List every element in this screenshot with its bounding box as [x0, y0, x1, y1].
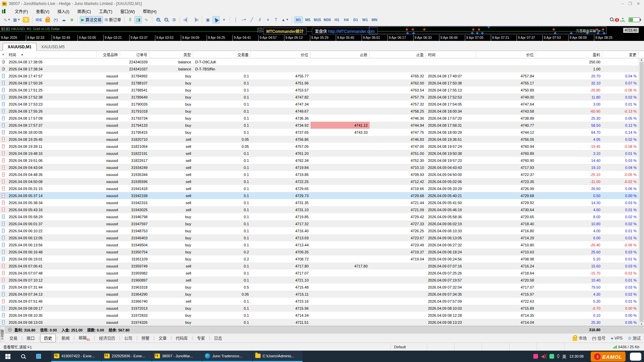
table-row[interactable]: 2026.04.08 17:52:38xauusd31789649buy0.14…: [0, 94, 644, 101]
column-header-type[interactable]: 类型: [150, 51, 193, 58]
chart-tab-xauusd,m5[interactable]: XAUUSD,M5: [37, 43, 69, 51]
horizontal-line-icon[interactable]: ─•: [240, 16, 248, 23]
timeframe-w1[interactable]: W1: [361, 16, 369, 23]
indicators-dropdown[interactable]: ∿▼: [3, 16, 11, 23]
table-row[interactable]: 2026.04.09 05:37:14xauusd31942158sell0.1…: [0, 192, 644, 199]
objects-icon[interactable]: ▣: [204, 16, 212, 23]
table-row[interactable]: 2026.04.08 19:51:06xauusd31822617sell0.1…: [0, 157, 644, 164]
zoom-in-icon[interactable]: +: [154, 16, 162, 23]
table-row[interactable]: 2026.04.08 17:50:26xauusd31788107buy0.14…: [0, 79, 644, 86]
tile-windows-icon[interactable]: ⊞: [170, 16, 178, 23]
table-row[interactable]: 2026.04.08 17:57:37xauusd31794133buy0.14…: [0, 122, 644, 129]
column-header-sl[interactable]: 止损: [311, 51, 370, 58]
close-button[interactable]: ✕: [637, 1, 640, 6]
auto-scroll-icon[interactable]: ⇉▏: [182, 16, 191, 23]
zoom-out-icon[interactable]: −: [162, 16, 170, 23]
fibonacci-icon[interactable]: ≡: [264, 16, 272, 23]
table-row[interactable]: 2026.04.09 08:09:17xauusd31972013buy0.14…: [0, 305, 644, 312]
timeframe-h1[interactable]: H1: [332, 16, 341, 23]
table-row[interactable]: 2026.04.09 06:19:01xauusd31951109buy0.24…: [0, 255, 644, 262]
toolbox-link-市场[interactable]: 市场: [573, 335, 587, 341]
table-row[interactable]: 2026.04.09 06:01:37xauusd31947597buy0.14…: [0, 220, 644, 227]
taskbar-app[interactable]: Juno Tradersroo...: [202, 351, 252, 362]
table-row[interactable]: 2026.04.08 17:38:34224341037balanceD-T-7…: [0, 65, 644, 72]
scroll-down-icon[interactable]: ▼: [640, 323, 643, 326]
signals-icon[interactable]: (•): [52, 16, 59, 23]
timeframe-h4[interactable]: H4: [342, 16, 351, 23]
toolbox-tab-文章[interactable]: 文章: [155, 334, 170, 342]
ime-indicator[interactable]: 英: [562, 354, 566, 359]
scrollbar-thumb[interactable]: [640, 62, 644, 322]
column-header-change[interactable]: 变更: [602, 51, 639, 58]
table-row[interactable]: 2026.04.08 17:57:09xauusd31793734buy0.14…: [0, 115, 644, 122]
table-row[interactable]: 2026.04.09 06:10:22xauusd31948753buy0.14…: [0, 227, 644, 234]
column-header-order[interactable]: 订单号: [120, 51, 150, 58]
column-header-symbol[interactable]: 交易品种: [97, 51, 120, 58]
toolbox-tab-交易[interactable]: 交易: [6, 334, 21, 342]
table-row[interactable]: 2026.04.09 07:34:13xauusd31964290buy0.05…: [0, 291, 644, 298]
eamol-overlay-badge[interactable]: :) EAMOL: [591, 352, 626, 362]
toolbox-tab-新闻[interactable]: 新闻: [58, 334, 73, 342]
community-icon[interactable]: ⊕: [68, 16, 75, 23]
cloud-icon[interactable]: ☁: [60, 16, 67, 23]
column-header-open_time[interactable]: 时间▲: [7, 51, 97, 58]
column-header-volume[interactable]: 交易量: [193, 51, 251, 58]
candlestick-chart-icon[interactable]: ▯▮: [135, 16, 142, 23]
table-row[interactable]: 2026.04.08 17:51:25xauusd31788541buy0.14…: [0, 86, 644, 94]
cursor-icon[interactable]: [212, 16, 220, 23]
scroll-up-icon[interactable]: ▲: [640, 58, 643, 61]
toolbox-link-测试[interactable]: ⊙测试: [628, 335, 641, 341]
table-row[interactable]: 2026.04.09 08:10:35xauusd31972833buy0.14…: [0, 312, 644, 319]
toolbox-link-VPS[interactable]: ♠VPS: [611, 336, 623, 341]
menu-item-图[interactable]: 图表(C): [73, 8, 95, 15]
table-row[interactable]: 2026.04.09 07:51:46xauusd31966740sell0.1…: [0, 298, 644, 305]
minimize-button[interactable]: –: [621, 1, 624, 6]
chart-minimize-icon[interactable]: –: [258, 28, 262, 32]
muted-speaker-icon[interactable]: ◀╳: [541, 354, 546, 359]
table-row[interactable]: 2026.04.09 07:10:12xauusd31960897sell0.1…: [0, 277, 644, 284]
table-row[interactable]: 2026.04.09 04:50:08xauusd31935596sell0.1…: [0, 178, 644, 185]
toolbox-tab-敞口[interactable]: 敞口: [23, 334, 38, 342]
text-tool-icon[interactable]: T: [272, 16, 280, 23]
timeframe-m30[interactable]: M30: [323, 16, 332, 23]
task-view-icon[interactable]: [31, 351, 46, 362]
menu-item-文[interactable]: 文件(F): [11, 8, 32, 15]
toolbox-tab-日志[interactable]: 日志: [211, 334, 225, 342]
taskbar-app[interactable]: 419007422 - Exne...: [51, 351, 101, 362]
close-toolbox-button[interactable]: ✕: [0, 51, 7, 58]
menu-item-工[interactable]: 工具(T): [95, 8, 116, 15]
channel-icon[interactable]: ⫻: [256, 16, 264, 23]
table-row[interactable]: 2026.04.09 04:48:35xauusd31935344sell0.1…: [0, 171, 644, 178]
vertical-line-icon[interactable]: ┆: [232, 16, 239, 23]
table-row[interactable]: 2026.04.09 05:43:16xauusd31943025sell0.1…: [0, 206, 644, 213]
table-row[interactable]: 2026.04.09 07:06:41xauusd31959749sell0.1…: [0, 262, 644, 269]
table-row[interactable]: 2026.04.09 07:07:48xauusd31959982sell0.1…: [0, 269, 644, 277]
start-button[interactable]: [0, 351, 15, 362]
menu-item-查[interactable]: 查看(V): [32, 8, 53, 15]
table-row[interactable]: 2026.04.08 17:47:57xauusd31784992buy0.14…: [0, 72, 644, 79]
restore-button[interactable]: ❐: [628, 1, 632, 6]
chart-shift-icon[interactable]: ▕⇇: [191, 16, 200, 23]
new-order-button[interactable]: ⊞ 新订单: [104, 16, 122, 23]
table-row[interactable]: 2026.04.09 07:31:44xauusd31963318buy0.54…: [0, 284, 644, 291]
table-row[interactable]: 2026.04.09 06:16:48xauusd31950754buy0.24…: [0, 248, 644, 255]
menu-item-窗[interactable]: 窗口(W): [116, 8, 139, 15]
dollar-icon[interactable]: $: [22, 16, 30, 23]
toolbox-tab-代码库[interactable]: 代码库: [172, 334, 191, 342]
taskbar-app[interactable]: 38007 - JunoMar...: [152, 351, 202, 362]
table-row[interactable]: 2026.04.08 17:38:05224340339balanceD-T-O…: [0, 58, 644, 65]
menu-item-插[interactable]: 插入(I): [53, 8, 73, 15]
table-row[interactable]: 2026.04.09 05:38:34xauusd31942316sell0.1…: [0, 199, 644, 206]
table-row[interactable]: 2026.04.08 17:53:23xauusd31790026buy0.14…: [0, 101, 644, 108]
column-header-profit[interactable]: 盈利: [536, 51, 602, 58]
timeframe-m15[interactable]: M15: [313, 16, 322, 23]
taskbar-app[interactable]: C:\Users\Adminis...: [252, 351, 303, 362]
toolbox-tab-历史[interactable]: 历史: [40, 334, 56, 342]
shapes-dropdown[interactable]: ▲▼: [280, 16, 290, 23]
chat-bubble-icon[interactable]: [630, 353, 641, 361]
toolbox-vertical-label[interactable]: 工具箱: [0, 326, 5, 343]
timeframe-d1[interactable]: D1: [351, 16, 360, 23]
table-row[interactable]: 2026.04.09 05:58:29xauusd31946798buy0.14…: [0, 213, 644, 220]
table-row[interactable]: 2026.04.08 17:55:26xauusd31791018buy0.14…: [0, 108, 644, 115]
toolbox-tab-经济日历[interactable]: 经济日历: [96, 334, 118, 342]
